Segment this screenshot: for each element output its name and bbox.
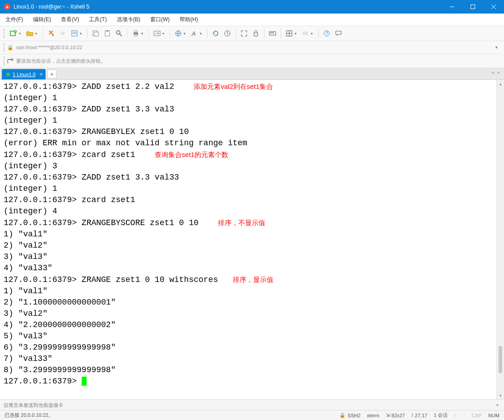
annotation: 排序，显示值 bbox=[233, 276, 273, 283]
dropdown-icon[interactable]: ▾ bbox=[35, 32, 39, 36]
paste-button[interactable] bbox=[102, 28, 113, 39]
toolbar-handle[interactable] bbox=[4, 29, 5, 38]
find-button[interactable] bbox=[114, 28, 125, 39]
send-input[interactable] bbox=[4, 402, 495, 408]
scrollbar[interactable]: ▴ ▾ bbox=[496, 80, 504, 399]
toolbar-handle[interactable] bbox=[4, 56, 5, 65]
svg-rect-27 bbox=[305, 32, 308, 35]
language-button[interactable] bbox=[173, 28, 184, 39]
refresh-button[interactable] bbox=[210, 28, 221, 39]
maximize-button[interactable] bbox=[462, 0, 483, 14]
status-num: NUM bbox=[488, 413, 499, 418]
svg-rect-7 bbox=[73, 33, 76, 34]
scroll-thumb[interactable] bbox=[499, 346, 502, 373]
font-button[interactable]: A bbox=[189, 28, 200, 39]
new-session-button[interactable] bbox=[8, 28, 19, 39]
address-bar: 🔒 ssh://root:******@20.0.0.10:22 ▾ bbox=[0, 41, 504, 54]
open-button[interactable] bbox=[24, 28, 35, 39]
menu-file[interactable]: 文件(F) bbox=[4, 15, 25, 24]
menu-edit[interactable]: 编辑(E) bbox=[31, 15, 53, 24]
disconnect-button[interactable] bbox=[57, 28, 68, 39]
terminal-line: 1) "val1" bbox=[4, 286, 493, 297]
dropdown-icon[interactable]: ▾ bbox=[141, 32, 145, 36]
svg-rect-6 bbox=[73, 32, 76, 32]
terminal-line: 6) "3.2999999999999998" bbox=[4, 342, 493, 353]
lock-icon: 🔒 bbox=[7, 45, 14, 51]
tab-linux[interactable]: 1 Linux1.0 × bbox=[2, 69, 46, 79]
dropdown-icon[interactable]: ▾ bbox=[19, 32, 23, 36]
annotation: 查询集合set1的元素个数 bbox=[155, 151, 228, 158]
down-arrow-icon: ↓ bbox=[463, 413, 466, 418]
dropdown-icon[interactable]: ▾ bbox=[495, 403, 500, 407]
annotation: 添加元素val2到在set1集合 bbox=[194, 83, 273, 90]
terminal-line: (integer) 1 bbox=[4, 92, 493, 104]
dropdown-icon[interactable]: ▾ bbox=[162, 32, 166, 36]
new-tab-button[interactable]: + bbox=[47, 69, 56, 78]
help-button[interactable]: ? bbox=[321, 28, 332, 39]
keyboard-button[interactable] bbox=[267, 28, 278, 39]
scroll-up-icon[interactable]: ▴ bbox=[497, 80, 504, 88]
menu-window[interactable]: 窗口(W) bbox=[148, 15, 171, 24]
fullscreen-button[interactable] bbox=[239, 28, 250, 39]
window-title: Linux1.0 - root@gw:~ - Xshell 5 bbox=[14, 4, 442, 10]
terminal-line: (integer) 3 bbox=[4, 161, 493, 172]
terminal-line: 2) "1.1000000000000001" bbox=[4, 297, 493, 308]
terminal-line: 127.0.0.1:6379> ZRANGE zset1 0 10 withsc… bbox=[4, 274, 493, 286]
terminal-line: (integer) 1 bbox=[4, 115, 493, 126]
status-protocol: 🔒SSH2 bbox=[339, 412, 361, 418]
feedback-button[interactable] bbox=[333, 28, 344, 39]
scroll-down-icon[interactable]: ▾ bbox=[497, 392, 504, 399]
dropdown-icon[interactable]: ▾ bbox=[200, 32, 203, 36]
terminal-line: 127.0.0.1:6379> ZADD zset1 2.2 val2 添加元素… bbox=[4, 81, 493, 92]
menu-help[interactable]: 帮助(H) bbox=[178, 15, 200, 24]
xftp-button[interactable] bbox=[152, 28, 162, 39]
tab-next-icon[interactable]: ► bbox=[497, 70, 501, 75]
terminal-line: 4) "val33" bbox=[4, 263, 493, 274]
terminal-line: 127.0.0.1:6379> ZADD zset1 3.3 val3 bbox=[4, 104, 493, 115]
tile-button[interactable] bbox=[284, 28, 295, 39]
svg-rect-26 bbox=[303, 32, 305, 35]
dropdown-icon[interactable]: ▾ bbox=[295, 32, 298, 36]
menu-tabs[interactable]: 选项卡(B) bbox=[115, 15, 142, 24]
minimize-button[interactable] bbox=[442, 0, 462, 14]
annotation: 排序，不显示值 bbox=[218, 219, 265, 226]
terminal-view[interactable]: 127.0.0.1:6379> ZADD zset1 2.2 val2 添加元素… bbox=[0, 80, 496, 399]
info-text: 要添加当前会话，点击左侧的箭头按钮。 bbox=[16, 58, 106, 65]
menu-view[interactable]: 查看(V) bbox=[59, 15, 81, 24]
copy-button[interactable] bbox=[90, 28, 101, 39]
menu-tools[interactable]: 工具(T) bbox=[87, 15, 108, 24]
terminal-line: 127.0.0.1:6379> bbox=[4, 376, 493, 387]
terminal-cursor bbox=[82, 377, 87, 386]
svg-point-12 bbox=[116, 31, 120, 34]
print-button[interactable] bbox=[130, 28, 141, 39]
terminal-line: 4) "2.2000000000000002" bbox=[4, 319, 493, 331]
status-dot-icon bbox=[6, 73, 10, 76]
up-arrow-icon: ↑ bbox=[454, 413, 457, 418]
properties-button[interactable] bbox=[69, 28, 80, 39]
toolbar-handle[interactable] bbox=[4, 43, 5, 52]
dropdown-icon[interactable]: ▾ bbox=[311, 32, 314, 36]
app-logo-icon bbox=[4, 3, 11, 10]
cascade-button[interactable] bbox=[300, 28, 311, 39]
status-connection: 已连接 20.0.0.10:22。 bbox=[5, 412, 53, 419]
dropdown-icon[interactable]: ▾ bbox=[80, 32, 83, 36]
menu-bar: 文件(F) 编辑(E) 查看(V) 工具(T) 选项卡(B) 窗口(W) 帮助(… bbox=[0, 14, 504, 26]
tab-prev-icon[interactable]: ◄ bbox=[490, 70, 495, 75]
tab-close-icon[interactable]: × bbox=[39, 71, 43, 77]
svg-text:A: A bbox=[191, 30, 196, 37]
lock-button[interactable] bbox=[250, 28, 261, 39]
clock-button[interactable] bbox=[222, 28, 233, 39]
status-term: xterm bbox=[367, 413, 379, 418]
arrow-right-icon[interactable] bbox=[7, 58, 14, 64]
resize-icon: ⇲ bbox=[386, 412, 390, 418]
terminal-line: 127.0.0.1:6379> ZRANGEBYLEX zset1 0 10 bbox=[4, 126, 493, 138]
svg-rect-11 bbox=[106, 30, 108, 32]
svg-rect-1 bbox=[471, 5, 475, 9]
svg-rect-23 bbox=[272, 32, 273, 33]
terminal-line: 7) "val33" bbox=[4, 353, 493, 365]
address-url[interactable]: ssh://root:******@20.0.0.10:22 bbox=[16, 45, 493, 50]
reconnect-button[interactable] bbox=[46, 28, 56, 39]
dropdown-icon[interactable]: ▾ bbox=[493, 45, 500, 50]
dropdown-icon[interactable]: ▾ bbox=[184, 32, 187, 36]
close-button[interactable] bbox=[483, 0, 504, 14]
